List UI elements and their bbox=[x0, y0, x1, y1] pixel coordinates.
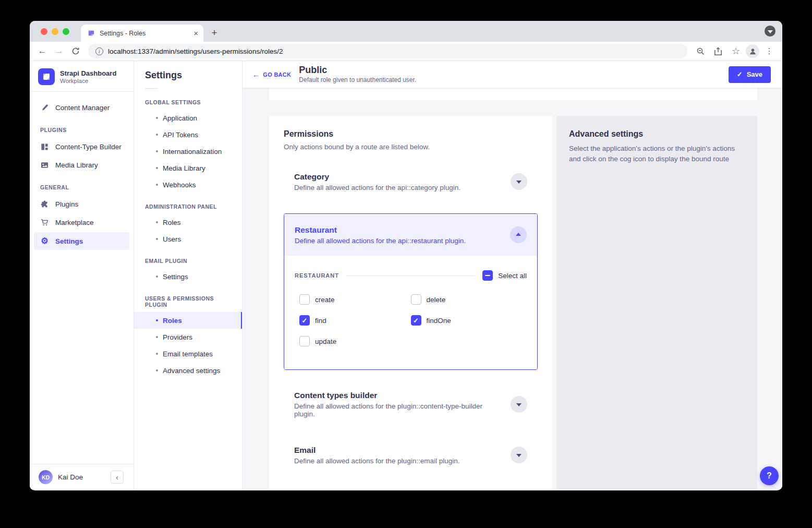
collapse-restaurant-button[interactable] bbox=[510, 226, 527, 243]
bookmark-star-icon[interactable]: ☆ bbox=[728, 44, 744, 58]
expand-content-types-builder-button[interactable] bbox=[511, 396, 527, 413]
new-tab-button[interactable]: + bbox=[208, 26, 221, 40]
url-bar[interactable]: i localhost:1337/admin/settings/users-pe… bbox=[88, 44, 687, 58]
bullet-icon bbox=[156, 167, 158, 169]
sidebar-item-marketplace[interactable]: Marketplace bbox=[34, 214, 129, 231]
accordion-description: Define all allowed actions for the api::… bbox=[295, 237, 466, 245]
accordion-name: Content types builder bbox=[294, 391, 504, 400]
subnav-heading: Settings bbox=[134, 70, 242, 81]
findone-checkbox[interactable] bbox=[411, 315, 421, 326]
close-window-button[interactable] bbox=[41, 28, 47, 35]
go-back-link[interactable]: ← GO BACK bbox=[252, 70, 291, 79]
scroll-area[interactable]: Permissions Only actions bound by a rout… bbox=[243, 88, 782, 490]
tab-title: Settings - Roles bbox=[100, 30, 189, 37]
save-button[interactable]: ✓ Save bbox=[729, 66, 771, 83]
chrome-menu-icon[interactable]: ⋮ bbox=[761, 44, 777, 58]
chevron-down-icon bbox=[516, 403, 522, 406]
advanced-settings-panel: Advanced settings Select the application… bbox=[556, 116, 757, 490]
sidebar-item-content-type-builder[interactable]: Content-Type Builder bbox=[34, 138, 129, 155]
expand-category-button[interactable] bbox=[511, 173, 527, 190]
reload-icon[interactable] bbox=[68, 44, 83, 58]
subnav-item-email-templates[interactable]: Email templates bbox=[134, 345, 242, 362]
accordion-description: Define all allowed actions for the plugi… bbox=[294, 457, 459, 465]
create-checkbox[interactable] bbox=[299, 294, 310, 305]
accordion-category[interactable]: Category Define all allowed actions for … bbox=[284, 165, 538, 198]
gear-icon: ⚙ bbox=[40, 237, 49, 245]
bullet-icon bbox=[156, 150, 158, 152]
back-icon[interactable]: ← bbox=[35, 44, 50, 58]
puzzle-icon bbox=[40, 200, 49, 208]
chevron-down-icon bbox=[516, 181, 522, 184]
subnav-item-up-roles[interactable]: Roles bbox=[134, 312, 242, 329]
chrome-tab-search-icon[interactable] bbox=[765, 26, 775, 37]
avatar: KD bbox=[39, 470, 53, 484]
sidebar-item-settings[interactable]: ⚙ Settings bbox=[34, 232, 129, 250]
subnav-item-internationalization[interactable]: Internationalization bbox=[134, 143, 242, 160]
delete-checkbox[interactable] bbox=[411, 294, 421, 305]
brand[interactable]: Strapi Dashboard Workplace bbox=[30, 61, 134, 91]
page-title: Public bbox=[299, 65, 416, 76]
accordion-name: Restaurant bbox=[295, 225, 466, 235]
sidebar-item-plugins[interactable]: Plugins bbox=[34, 196, 129, 213]
sidebar-item-label: Content Manager bbox=[55, 104, 110, 112]
subnav-item-email-settings[interactable]: Settings bbox=[134, 268, 242, 285]
advanced-settings-title: Advanced settings bbox=[569, 129, 745, 139]
permission-findone: findOne bbox=[411, 315, 523, 326]
expand-email-button[interactable] bbox=[511, 447, 527, 463]
subnav-item-admin-roles[interactable]: Roles bbox=[134, 214, 242, 231]
divider-line bbox=[346, 275, 475, 276]
sidebar-section-plugins: PLUGINS bbox=[34, 117, 129, 138]
subnav-item-media-library[interactable]: Media Library bbox=[134, 160, 242, 176]
sidebar-item-label: Media Library bbox=[55, 161, 98, 169]
browser-window: Settings - Roles × + ← → i localhost:133… bbox=[30, 21, 782, 490]
select-all-checkbox[interactable] bbox=[482, 270, 493, 281]
subnav-section-global-settings: GLOBAL SETTINGS bbox=[134, 99, 242, 105]
accordion-i18n[interactable]: i18n bbox=[284, 487, 538, 490]
forward-icon: → bbox=[52, 44, 66, 58]
subnav-item-advanced-settings[interactable]: Advanced settings bbox=[134, 362, 242, 379]
help-button[interactable]: ? bbox=[760, 466, 779, 485]
subnav-item-webhooks[interactable]: Webhooks bbox=[134, 176, 242, 193]
accordion-content-types-builder[interactable]: Content types builder Define all allowed… bbox=[284, 386, 538, 423]
subnav-section-administration-panel: ADMINISTRATION PANEL bbox=[134, 203, 242, 210]
subnav-item-admin-users[interactable]: Users bbox=[134, 231, 242, 247]
accordion-name: Category bbox=[294, 172, 460, 182]
find-checkbox[interactable] bbox=[299, 315, 310, 326]
accordion-email[interactable]: Email Define all allowed actions for the… bbox=[284, 439, 538, 471]
accordion-description: Define all allowed actions for the plugi… bbox=[294, 402, 504, 418]
permissions-subtitle: Only actions bound by a route are listed… bbox=[284, 143, 538, 151]
back-arrow-icon: ← bbox=[252, 70, 260, 79]
strapi-logo-icon bbox=[38, 68, 55, 85]
share-icon[interactable] bbox=[710, 44, 726, 58]
permissions-checkbox-grid: create delete find bbox=[295, 294, 527, 346]
sidebar-item-label: Marketplace bbox=[55, 219, 94, 226]
site-info-icon[interactable]: i bbox=[95, 47, 103, 55]
minimize-window-button[interactable] bbox=[52, 28, 58, 35]
main-sidebar: Strapi Dashboard Workplace Content Manag… bbox=[30, 61, 134, 490]
page-subtitle: Default role given to unauthenticated us… bbox=[299, 76, 416, 83]
zoom-out-icon[interactable] bbox=[693, 44, 708, 58]
settings-subnav: Settings GLOBAL SETTINGS Application API… bbox=[134, 61, 243, 490]
chevron-up-icon bbox=[516, 233, 521, 236]
permission-find: find bbox=[299, 315, 411, 326]
sidebar-item-content-manager[interactable]: Content Manager bbox=[34, 99, 129, 116]
subnav-divider bbox=[145, 88, 157, 89]
tab-close-icon[interactable]: × bbox=[193, 29, 198, 37]
cart-icon bbox=[40, 219, 49, 226]
sidebar-item-media-library[interactable]: Media Library bbox=[34, 157, 129, 174]
permission-delete: delete bbox=[411, 294, 523, 305]
subnav-item-providers[interactable]: Providers bbox=[134, 329, 242, 345]
browser-tab[interactable]: Settings - Roles × bbox=[81, 25, 203, 42]
layout-grid-icon bbox=[40, 143, 49, 151]
zoom-window-button[interactable] bbox=[63, 28, 69, 35]
accordion-restaurant-header[interactable]: Restaurant Define all allowed actions fo… bbox=[284, 214, 537, 256]
main-content: ← GO BACK Public Default role given to u… bbox=[243, 61, 782, 490]
subnav-item-application[interactable]: Application bbox=[134, 110, 242, 126]
chrome-profile-icon[interactable] bbox=[746, 44, 759, 58]
accordion-restaurant: Restaurant Define all allowed actions fo… bbox=[284, 213, 538, 370]
update-checkbox[interactable] bbox=[299, 336, 310, 346]
collapse-sidebar-button[interactable]: ‹ bbox=[111, 471, 124, 484]
subnav-item-api-tokens[interactable]: API Tokens bbox=[134, 126, 242, 143]
traffic-lights bbox=[41, 28, 69, 35]
permissions-title: Permissions bbox=[284, 129, 538, 139]
